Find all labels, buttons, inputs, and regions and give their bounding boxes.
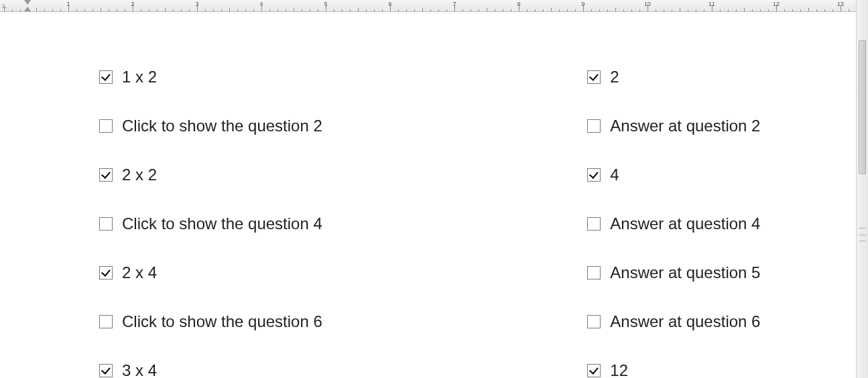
ruler-tick (672, 9, 672, 11)
ruler-tick (583, 5, 584, 11)
ruler-tick (366, 9, 367, 11)
ruler-first-line-indent-icon[interactable] (24, 0, 31, 5)
ruler-tick (133, 5, 133, 11)
answer-row: 12 (587, 346, 855, 378)
ruler-tick (430, 9, 431, 11)
question-label[interactable]: 3 x 4 (122, 361, 157, 379)
question-label[interactable]: Click to show the question 4 (122, 214, 322, 233)
ruler-tick (277, 9, 278, 11)
ruler-tick (824, 9, 825, 11)
question-checkbox[interactable] (99, 315, 113, 328)
ruler-tick (294, 8, 294, 11)
ruler-tick (414, 9, 415, 11)
ruler-tick (141, 9, 141, 11)
answer-label[interactable]: 2 (610, 68, 619, 86)
question-row: Click to show the question 2 (99, 101, 446, 150)
ruler-tick (680, 8, 680, 11)
ruler-tick (374, 9, 375, 11)
ruler-tick (728, 9, 729, 11)
answer-label[interactable]: Answer at question 6 (610, 312, 760, 331)
ruler-tick (245, 9, 246, 11)
horizontal-ruler[interactable]: ∟ 1234567891011121314 (0, 0, 868, 12)
question-checkbox[interactable] (99, 168, 113, 182)
ruler-tick (157, 9, 158, 11)
ruler-tick (390, 5, 391, 11)
ruler-tick (511, 9, 511, 11)
answer-checkbox[interactable] (587, 70, 601, 84)
answers-column: 2Answer at question 24Answer at question… (587, 52, 855, 378)
ruler-tick (832, 9, 833, 11)
ruler-tick (84, 9, 85, 11)
ruler-tick (575, 9, 576, 11)
answer-label[interactable]: 12 (610, 361, 628, 379)
question-checkbox[interactable] (99, 266, 113, 279)
ruler-tick (302, 9, 302, 11)
answer-checkbox[interactable] (587, 217, 601, 231)
ruler-tick (286, 9, 286, 11)
ruler-tick (92, 9, 93, 11)
answer-label[interactable]: Answer at question 2 (610, 117, 760, 135)
question-label[interactable]: 1 x 2 (122, 68, 157, 86)
ruler-tick (567, 9, 568, 11)
ruler-tick (382, 9, 383, 11)
question-label[interactable]: Click to show the question 6 (122, 312, 322, 331)
ruler-tick (462, 9, 463, 11)
question-label[interactable]: Click to show the question 2 (122, 117, 322, 135)
ruler-tick (487, 8, 487, 11)
ruler-tick (253, 9, 254, 11)
ruler-tick (527, 9, 528, 11)
answer-checkbox[interactable] (587, 315, 601, 328)
ruler-tick (358, 8, 359, 11)
ruler-tick (422, 8, 423, 11)
ruler-tick (52, 9, 53, 11)
answer-label[interactable]: Answer at question 5 (610, 263, 760, 282)
ruler-tick (792, 9, 793, 11)
ruler-tick (816, 9, 817, 11)
ruler-tick (519, 5, 519, 11)
vertical-scrollbar[interactable] (856, 0, 868, 378)
question-checkbox[interactable] (99, 364, 113, 377)
question-row: 2 x 2 (99, 150, 446, 199)
ruler-tick (117, 9, 117, 11)
answer-checkbox[interactable] (587, 168, 601, 182)
ruler-tick (205, 9, 206, 11)
ruler-tick (720, 9, 721, 11)
ruler-tick (591, 9, 592, 11)
ruler-tick (736, 9, 737, 11)
question-label[interactable]: 2 x 4 (122, 263, 157, 282)
answer-checkbox[interactable] (587, 119, 601, 133)
answer-checkbox[interactable] (587, 266, 601, 279)
answer-row: 2 (587, 52, 855, 101)
ruler-tick (599, 9, 600, 11)
answer-row: Answer at question 2 (587, 101, 855, 150)
question-checkbox[interactable] (99, 217, 113, 231)
ruler-tick (261, 5, 262, 11)
document-page[interactable]: 1 x 2Click to show the question 22 x 2Cl… (0, 12, 855, 378)
ruler-tick (559, 9, 560, 11)
scrollbar-thumb[interactable] (859, 40, 866, 174)
answer-label[interactable]: 4 (610, 166, 619, 184)
question-checkbox[interactable] (99, 119, 113, 133)
answer-checkbox[interactable] (587, 364, 601, 377)
ruler-tick (181, 9, 182, 11)
ruler-tick (20, 9, 21, 11)
ruler-hanging-indent-icon[interactable] (24, 7, 31, 11)
ruler-tick (342, 9, 343, 11)
ruler-tick (36, 8, 37, 11)
ruler-tick (551, 8, 552, 11)
ruler-tick (849, 9, 849, 11)
ruler-tick (68, 5, 69, 11)
ruler-tick (704, 9, 704, 11)
question-row: 3 x 4 (99, 346, 446, 378)
ruler-tick (60, 9, 61, 11)
question-label[interactable]: 2 x 2 (122, 166, 157, 184)
ruler-tick (109, 9, 109, 11)
question-checkbox[interactable] (99, 70, 113, 84)
ruler-tick (438, 9, 439, 11)
question-row: 2 x 4 (99, 248, 446, 297)
ruler-tick (221, 9, 222, 11)
question-row: Click to show the question 4 (99, 199, 446, 248)
answer-label[interactable]: Answer at question 4 (610, 214, 760, 233)
answer-row: Answer at question 5 (587, 248, 855, 297)
ruler-tick (760, 9, 761, 11)
